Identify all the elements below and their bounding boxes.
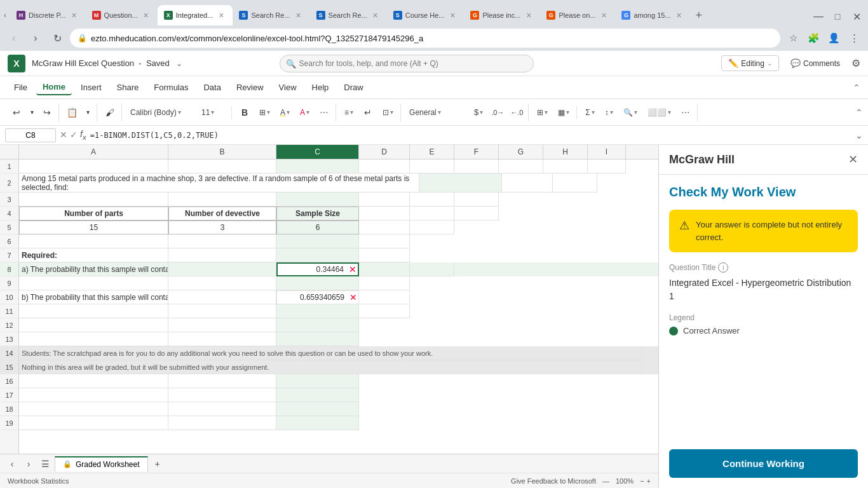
- menu-review[interactable]: Review: [230, 80, 270, 95]
- cell-e2[interactable]: [553, 173, 597, 193]
- cell-a13[interactable]: [19, 332, 168, 346]
- font-color-dropdown[interactable]: A ▾: [295, 106, 314, 119]
- question-title-info-icon[interactable]: i: [718, 262, 728, 273]
- ribbon-collapse-btn[interactable]: ⌃: [853, 83, 860, 93]
- cell-reference-box[interactable]: C8: [5, 128, 56, 142]
- cell-c10[interactable]: 0.659340659 ✕: [276, 290, 359, 304]
- row-num-3[interactable]: 3: [0, 193, 18, 207]
- cell-d2[interactable]: [502, 173, 553, 193]
- row-num-12[interactable]: 12: [0, 318, 18, 332]
- title-dropdown-btn[interactable]: ⌄: [176, 59, 182, 68]
- cell-c17[interactable]: [276, 388, 359, 402]
- col-header-b[interactable]: B: [168, 145, 276, 159]
- cell-c4[interactable]: Sample Size: [276, 207, 359, 220]
- sheet-scroll-right[interactable]: ›: [22, 457, 36, 471]
- tab-close-5[interactable]: ×: [370, 10, 381, 20]
- undo-dropdown[interactable]: ▾: [27, 104, 37, 121]
- cell-c13[interactable]: [276, 332, 359, 346]
- cell-c18[interactable]: [276, 402, 359, 416]
- formula-cancel-icon[interactable]: ✕: [60, 130, 67, 140]
- col-header-f[interactable]: F: [454, 145, 499, 159]
- paste-dropdown[interactable]: ▾: [82, 107, 94, 118]
- cell-d6[interactable]: [359, 234, 410, 248]
- cell-f3[interactable]: [454, 193, 499, 207]
- cell-c2[interactable]: [419, 173, 502, 193]
- cell-style-dropdown[interactable]: ▦ ▾: [553, 106, 574, 119]
- decrease-decimal-btn[interactable]: ←.0: [508, 104, 526, 121]
- row-num-10[interactable]: 10: [0, 290, 18, 304]
- cell-c16[interactable]: [276, 374, 359, 388]
- feedback-text[interactable]: Give Feedback to Microsoft: [511, 477, 596, 485]
- font-name-dropdown[interactable]: Calibri (Body) ▾: [126, 106, 196, 119]
- cell-d5[interactable]: [359, 220, 410, 234]
- sheet-menu-btn[interactable]: ☰: [38, 457, 52, 471]
- zoom-in-btn[interactable]: +: [647, 477, 651, 485]
- cell-c7[interactable]: [276, 248, 359, 262]
- cell-d4[interactable]: [359, 207, 410, 220]
- cell-d8[interactable]: [359, 262, 410, 276]
- tab-scroll-left[interactable]: ‹: [0, 5, 10, 25]
- dollar-dropdown[interactable]: $ ▾: [470, 105, 487, 119]
- row-num-18[interactable]: 18: [0, 402, 18, 416]
- tab-close-2[interactable]: ×: [141, 10, 151, 20]
- cell-b16[interactable]: [168, 374, 276, 388]
- menu-btn[interactable]: ⋮: [845, 29, 863, 47]
- toolbar-collapse-btn[interactable]: ⌃: [855, 107, 863, 118]
- row-num-1[interactable]: 1: [0, 159, 18, 173]
- tab-close-1[interactable]: ×: [69, 10, 79, 20]
- side-panel-close-btn[interactable]: ✕: [848, 152, 858, 166]
- editing-btn[interactable]: ✏️ Editing ⌄: [721, 55, 779, 71]
- cell-d11[interactable]: [359, 304, 410, 318]
- settings-icon[interactable]: ⚙: [851, 57, 860, 69]
- align-dropdown[interactable]: ≡ ▾: [340, 106, 358, 119]
- row-num-2[interactable]: 2: [0, 173, 18, 193]
- sheet-scroll-left[interactable]: ‹: [5, 457, 19, 471]
- redo-btn[interactable]: ↪: [38, 104, 56, 121]
- tab-integrated[interactable]: X Integrated... ×: [158, 5, 233, 25]
- table-style-dropdown[interactable]: ⊞ ▾: [532, 106, 552, 119]
- tab-search2[interactable]: S Search Re... ×: [310, 5, 387, 25]
- cell-c9[interactable]: [276, 276, 359, 290]
- cell-a18[interactable]: [19, 402, 168, 416]
- back-btn[interactable]: ‹: [5, 29, 23, 47]
- fill-dropdown[interactable]: A ▾: [276, 106, 294, 119]
- format-more-btn[interactable]: ···: [315, 104, 333, 121]
- menu-share[interactable]: Share: [111, 80, 146, 95]
- menu-draw[interactable]: Draw: [337, 80, 369, 95]
- increase-decimal-btn[interactable]: .0→: [489, 104, 506, 121]
- tab-close-7[interactable]: ×: [524, 10, 534, 20]
- col-header-c[interactable]: C: [276, 145, 359, 159]
- cell-d7[interactable]: [359, 248, 410, 262]
- cell-b19[interactable]: [168, 416, 276, 430]
- col-header-h[interactable]: H: [543, 145, 588, 159]
- row-num-16[interactable]: 16: [0, 374, 18, 388]
- cell-a15[interactable]: Nothing in this area will be graded, but…: [19, 360, 642, 374]
- tab-close-3[interactable]: ×: [216, 10, 226, 20]
- cell-b5[interactable]: 3: [168, 220, 276, 234]
- comments-btn[interactable]: 💬 Comments: [784, 56, 846, 71]
- tab-please1[interactable]: G Please inc... ×: [464, 5, 540, 25]
- url-bar[interactable]: 🔒 ezto.mheducation.com/ext/common/excelo…: [70, 29, 780, 48]
- cell-a14[interactable]: Students: The scratchpad area is for you…: [19, 346, 642, 360]
- minimize-btn[interactable]: —: [810, 8, 827, 25]
- row-num-6[interactable]: 6: [0, 234, 18, 248]
- row-num-8[interactable]: 8: [0, 262, 18, 276]
- cell-e3[interactable]: [410, 193, 454, 207]
- close-window-btn[interactable]: ✕: [848, 8, 865, 25]
- formula-confirm-icon[interactable]: ✓: [70, 130, 78, 140]
- cell-a19[interactable]: [19, 416, 168, 430]
- font-size-dropdown[interactable]: 11 ▾: [197, 106, 229, 119]
- forward-btn[interactable]: ›: [27, 29, 44, 47]
- row-num-14[interactable]: 14: [0, 346, 18, 360]
- cell-b3[interactable]: [168, 193, 276, 207]
- cell-c6[interactable]: [276, 234, 359, 248]
- cell-b10[interactable]: [168, 290, 276, 304]
- continue-working-btn[interactable]: Continue Working: [669, 449, 858, 478]
- cell-a7[interactable]: Required:: [19, 248, 168, 262]
- cell-a2[interactable]: Among 15 metal parts produced in a machi…: [19, 173, 419, 193]
- new-tab-btn[interactable]: +: [691, 5, 708, 25]
- cell-b17[interactable]: [168, 388, 276, 402]
- cell-a5[interactable]: 15: [19, 220, 168, 234]
- cell-d9[interactable]: [359, 276, 410, 290]
- cell-f4[interactable]: [454, 207, 499, 220]
